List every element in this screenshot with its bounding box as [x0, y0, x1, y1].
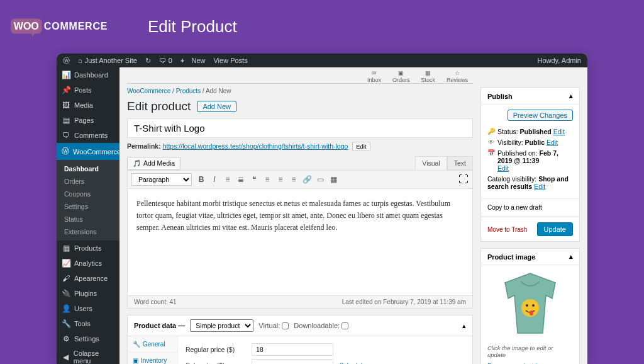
visibility-icon: 👁 — [487, 139, 495, 145]
product-image[interactable] — [481, 265, 579, 344]
downloadable-toggle[interactable]: Downloadable: — [294, 322, 348, 329]
crumb-woo[interactable]: WooCommerce — [127, 88, 170, 94]
align-right-button[interactable]: ≡ — [289, 175, 298, 184]
comments-count[interactable]: 🗨 0 — [159, 57, 172, 64]
stock-button[interactable]: ▦Stock — [421, 70, 435, 83]
products-icon: ▦ — [62, 244, 70, 253]
orders-button[interactable]: ▣Orders — [392, 70, 410, 83]
publish-box: Publish▴ Preview Changes 🔑Status: Publis… — [480, 88, 580, 242]
italic-button[interactable]: I — [210, 175, 219, 184]
menu-posts[interactable]: 📌Posts — [57, 82, 119, 98]
edit-visibility-link[interactable]: Edit — [547, 139, 558, 146]
more-button[interactable]: ▭ — [316, 175, 325, 184]
woo-icon: ⓦ — [62, 146, 69, 157]
move-trash-link[interactable]: Move to Trash — [487, 226, 527, 233]
page-title: Edit product — [127, 100, 191, 113]
plugins-icon: 🔌 — [62, 289, 70, 298]
add-new-button[interactable]: Add New — [197, 101, 236, 112]
view-posts[interactable]: View Posts — [213, 57, 247, 64]
edit-status-link[interactable]: Edit — [553, 128, 565, 135]
menu-appearance[interactable]: 🖌Apearence — [57, 271, 119, 286]
submenu-status[interactable]: Status — [57, 213, 119, 225]
edit-catalog-link[interactable]: Edit — [534, 183, 545, 190]
number-list-button[interactable]: ≣ — [236, 175, 245, 184]
home-icon: ⌂ — [78, 57, 82, 64]
format-select[interactable]: Paragraph — [131, 173, 192, 186]
key-icon: 🔑 — [487, 128, 495, 135]
menu-dashboard[interactable]: 📊Dashboard — [57, 67, 119, 82]
inventory-icon: ▣ — [133, 357, 138, 364]
permalink-url[interactable]: https://local.wordpress.test/shop/clothi… — [163, 142, 348, 150]
menu-comments[interactable]: 🗨Comments — [57, 128, 119, 143]
menu-media[interactable]: 🖼Media — [57, 98, 119, 113]
reviews-button[interactable]: ☆Reviews — [447, 70, 468, 83]
collapse-toggle[interactable]: ▴ — [462, 322, 466, 330]
align-left-button[interactable]: ≡ — [263, 175, 272, 184]
refresh-icon[interactable]: ↻ — [145, 57, 151, 65]
virtual-toggle[interactable]: Virtual: — [258, 322, 289, 329]
inbox-button[interactable]: ✉Inbox — [367, 70, 381, 83]
settings-icon: ⚙ — [62, 334, 70, 343]
pin-icon: 📌 — [62, 86, 70, 94]
new-menu[interactable]: + New — [180, 57, 206, 64]
product-data-box: Product data — Simple product Virtual: D… — [127, 315, 473, 364]
align-center-button[interactable]: ≡ — [276, 175, 285, 184]
svg-point-7 — [530, 310, 533, 316]
fullscreen-button[interactable]: ⛶ — [458, 174, 469, 185]
wrench-icon: 🔧 — [133, 341, 140, 348]
menu-plugins[interactable]: 🔌Plugins — [57, 286, 119, 301]
regular-price-input[interactable] — [252, 343, 333, 356]
content-editor[interactable]: Pellentesque habitant morbi tristique se… — [127, 189, 473, 296]
page-heading: Edit Product — [148, 17, 237, 37]
bullet-list-button[interactable]: ≡ — [223, 175, 232, 184]
submenu-settings[interactable]: Settings — [57, 200, 119, 213]
media-icon: 🖼 — [62, 101, 70, 110]
site-name[interactable]: ⌂Just Another Site — [78, 57, 137, 64]
menu-pages[interactable]: ▤Pages — [57, 113, 119, 128]
update-button[interactable]: Update — [537, 222, 573, 236]
pdata-tab-inventory[interactable]: ▣Inventory — [128, 353, 177, 364]
link-button[interactable]: 🔗 — [303, 175, 311, 184]
editor-toolbar: Paragraph B I ≡ ≣ ❝ ≡ ≡ ≡ 🔗 ▭ ▦ — [127, 170, 473, 189]
wp-admin-frame: ⓦ ⌂Just Another Site ↻ 🗨 0 + New View Po… — [57, 54, 587, 364]
pdata-tab-general[interactable]: 🔧General — [128, 336, 177, 353]
admin-sidebar: 📊Dashboard 📌Posts 🖼Media ▤Pages 🗨Comment… — [57, 67, 119, 364]
menu-settings[interactable]: ⚙Settings — [57, 331, 119, 346]
submenu-orders[interactable]: Orders — [57, 175, 119, 188]
preview-changes-button[interactable]: Preview Changes — [508, 110, 573, 121]
edit-date-link[interactable]: Edit — [497, 164, 509, 172]
stock-icon: ▦ — [425, 70, 431, 76]
analytics-icon: 📈 — [62, 259, 70, 268]
media-icon: 🎵 — [133, 159, 141, 168]
svg-text:WOO: WOO — [14, 21, 39, 31]
image-caption: Click the image to edit or update — [481, 344, 579, 362]
wp-logo-icon[interactable]: ⓦ — [63, 56, 70, 65]
quote-button[interactable]: ❝ — [250, 175, 258, 184]
sale-price-input[interactable] — [252, 359, 333, 364]
product-type-select[interactable]: Simple product — [190, 319, 253, 332]
text-tab[interactable]: Text — [447, 156, 473, 170]
submenu-extensions[interactable]: Extensions — [57, 225, 119, 238]
menu-tools[interactable]: 🔧Tools — [57, 316, 119, 331]
schedule-link[interactable]: Schedule — [340, 362, 366, 365]
bold-button[interactable]: B — [197, 175, 206, 184]
dashboard-icon: 📊 — [62, 71, 70, 79]
add-media-button[interactable]: 🎵Add Media — [127, 157, 180, 170]
submenu-dashboard[interactable]: Dashboard — [57, 162, 119, 175]
menu-analytics[interactable]: 📈Analytics — [57, 256, 119, 271]
product-title-input[interactable] — [127, 118, 473, 138]
menu-users[interactable]: 👤Users — [57, 301, 119, 316]
menu-products[interactable]: ▦Products — [57, 241, 119, 256]
submenu-coupons[interactable]: Coupons — [57, 188, 119, 200]
edit-permalink-button[interactable]: Edit — [352, 142, 370, 151]
collapse-icon[interactable]: ▴ — [569, 92, 573, 100]
menu-woocommerce[interactable]: ⓦWooCommerce — [57, 143, 119, 160]
crumb-products[interactable]: Products — [176, 88, 201, 94]
collapse-icon[interactable]: ▴ — [569, 253, 573, 261]
copy-draft-link[interactable]: Copy to a new draft — [487, 204, 542, 211]
visual-tab[interactable]: Visual — [415, 156, 447, 170]
toolbar-toggle-button[interactable]: ▦ — [329, 175, 338, 184]
collapse-menu[interactable]: ◀Colapse menu — [57, 346, 119, 364]
product-image-box: Product image▴ Click the image to edit o… — [480, 248, 580, 364]
howdy[interactable]: Howdy, Admin — [538, 57, 582, 64]
